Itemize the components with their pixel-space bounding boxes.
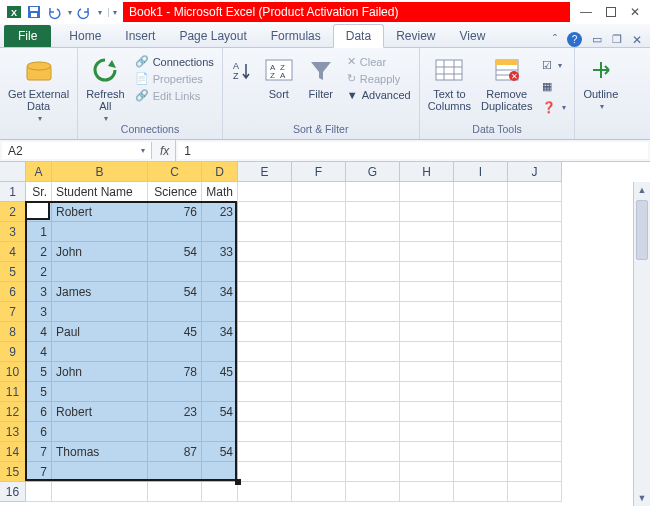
tab-home[interactable]: Home	[57, 25, 113, 47]
cell[interactable]	[292, 202, 346, 222]
ribbon-window-close-icon[interactable]: ✕	[632, 33, 642, 47]
row-header-7[interactable]: 7	[0, 302, 26, 322]
cell[interactable]	[508, 362, 562, 382]
cell[interactable]	[400, 482, 454, 502]
close-button[interactable]: ✕	[630, 5, 640, 19]
cell[interactable]: Paul	[52, 322, 148, 342]
cell[interactable]	[292, 482, 346, 502]
cell[interactable]	[202, 342, 238, 362]
cell[interactable]: 45	[148, 322, 202, 342]
cell[interactable]	[52, 302, 148, 322]
tab-data[interactable]: Data	[333, 24, 384, 48]
cell[interactable]	[454, 482, 508, 502]
refresh-all-button[interactable]: Refresh All ▾	[84, 50, 127, 123]
cell[interactable]	[238, 342, 292, 362]
cell[interactable]: 2	[26, 262, 52, 282]
cell[interactable]: John	[52, 362, 148, 382]
cell[interactable]	[346, 462, 400, 482]
cell[interactable]: 7	[26, 442, 52, 462]
row-header-11[interactable]: 11	[0, 382, 26, 402]
redo-dropdown[interactable]: ▾	[98, 8, 102, 17]
cell[interactable]	[148, 302, 202, 322]
cell[interactable]	[238, 462, 292, 482]
cell[interactable]	[292, 402, 346, 422]
cell[interactable]: 4	[26, 342, 52, 362]
cell[interactable]	[202, 462, 238, 482]
cell[interactable]	[202, 382, 238, 402]
cell[interactable]	[508, 402, 562, 422]
cell[interactable]	[292, 262, 346, 282]
cell[interactable]	[346, 482, 400, 502]
redo-icon[interactable]	[76, 4, 92, 20]
cell[interactable]	[400, 402, 454, 422]
filter-button[interactable]: Filter	[303, 50, 339, 100]
cell[interactable]	[346, 282, 400, 302]
cell[interactable]: Math	[202, 182, 238, 202]
cell[interactable]	[346, 382, 400, 402]
cell[interactable]	[292, 282, 346, 302]
cell[interactable]	[238, 282, 292, 302]
row-header-12[interactable]: 12	[0, 402, 26, 422]
tab-review[interactable]: Review	[384, 25, 447, 47]
column-header-I[interactable]: I	[454, 162, 508, 182]
cell[interactable]: 34	[202, 282, 238, 302]
cell[interactable]: Robert	[52, 202, 148, 222]
cell[interactable]	[454, 302, 508, 322]
cell[interactable]	[292, 222, 346, 242]
cell[interactable]	[292, 462, 346, 482]
outline-button[interactable]: Outline ▾	[581, 50, 620, 111]
cell[interactable]	[454, 262, 508, 282]
cell[interactable]	[400, 242, 454, 262]
tab-formulas[interactable]: Formulas	[259, 25, 333, 47]
cell[interactable]	[346, 362, 400, 382]
cell[interactable]	[400, 442, 454, 462]
column-header-G[interactable]: G	[346, 162, 400, 182]
cell[interactable]	[400, 382, 454, 402]
cell[interactable]	[346, 262, 400, 282]
cell[interactable]	[346, 182, 400, 202]
cell[interactable]	[508, 422, 562, 442]
cell[interactable]	[292, 242, 346, 262]
cell[interactable]: Thomas	[52, 442, 148, 462]
cell[interactable]: 76	[148, 202, 202, 222]
cell[interactable]	[238, 302, 292, 322]
cell[interactable]	[238, 322, 292, 342]
sort-asc-button[interactable]: AZ	[229, 50, 255, 82]
cell[interactable]	[454, 342, 508, 362]
cell[interactable]	[202, 422, 238, 442]
advanced-button[interactable]: ▼Advanced	[345, 88, 413, 102]
maximize-button[interactable]	[606, 7, 616, 17]
formula-input[interactable]: 1	[178, 142, 648, 159]
cell[interactable]	[508, 222, 562, 242]
cell[interactable]: 33	[202, 242, 238, 262]
remove-duplicates-button[interactable]: ✕ Remove Duplicates	[479, 50, 534, 112]
cell[interactable]	[292, 422, 346, 442]
row-header-3[interactable]: 3	[0, 222, 26, 242]
cell[interactable]	[238, 402, 292, 422]
row-header-15[interactable]: 15	[0, 462, 26, 482]
name-box[interactable]: A2 ▾	[2, 142, 152, 159]
cell[interactable]	[148, 342, 202, 362]
cell[interactable]	[148, 262, 202, 282]
cell[interactable]: James	[52, 282, 148, 302]
cell[interactable]	[292, 342, 346, 362]
cell[interactable]	[26, 482, 52, 502]
column-header-A[interactable]: A	[26, 162, 52, 182]
tab-file[interactable]: File	[4, 25, 51, 47]
whatif-button[interactable]: ❓▾	[540, 100, 568, 115]
cell[interactable]	[346, 202, 400, 222]
column-header-C[interactable]: C	[148, 162, 202, 182]
cell[interactable]	[400, 182, 454, 202]
cell[interactable]: 6	[26, 422, 52, 442]
scroll-thumb[interactable]	[636, 200, 648, 260]
cell[interactable]	[454, 422, 508, 442]
cell[interactable]	[508, 182, 562, 202]
row-header-5[interactable]: 5	[0, 262, 26, 282]
cell[interactable]	[400, 462, 454, 482]
row-header-2[interactable]: 2	[0, 202, 26, 222]
sort-button[interactable]: AZZA Sort	[261, 50, 297, 100]
cell[interactable]	[454, 442, 508, 462]
column-header-J[interactable]: J	[508, 162, 562, 182]
cell[interactable]	[202, 222, 238, 242]
cell[interactable]	[148, 422, 202, 442]
